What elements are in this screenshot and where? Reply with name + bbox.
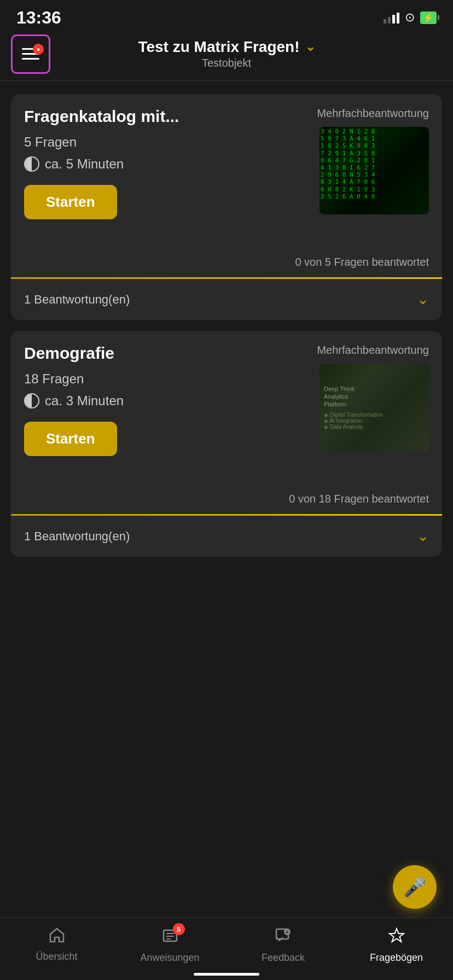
status-icons: ⊙ ⚡ (384, 10, 437, 25)
card-fragenkatalog-footer-chevron: ⌄ (417, 291, 429, 308)
card-demografie: Demografie Mehrfachbeantwortung 18 Frage… (11, 331, 442, 557)
bottom-nav: Übersicht 5 Anweisungen + Feedback (0, 917, 453, 980)
home-icon (48, 926, 66, 948)
clock-half-icon-2 (24, 393, 39, 409)
home-indicator (194, 973, 259, 976)
clock-half-icon (24, 156, 39, 172)
tech-image: Deep ThinkAnalyticsPlatform ◈ Digital Tr… (320, 364, 429, 451)
header: ● Test zu Matrix Fragen! ⌄ Testobjekt (0, 33, 453, 81)
card-fragenkatalog-questions: 5 Fragen (24, 135, 77, 150)
svg-text:+: + (286, 929, 289, 935)
wifi-icon: ⊙ (405, 10, 415, 25)
card-demografie-questions: 18 Fragen (24, 371, 84, 387)
card-fragenkatalog-progress: 0 von 5 Fragen beantwortet (11, 247, 442, 277)
card-demografie-footer-chevron: ⌄ (417, 528, 429, 545)
signal-icon (384, 11, 399, 24)
status-time: 13:36 (16, 8, 61, 28)
battery-icon: ⚡ (420, 11, 437, 24)
card-fragenkatalog-body: Fragenkatalog mit... Mehrfachbeantwortun… (11, 94, 442, 247)
card-demografie-image: Deep ThinkAnalyticsPlatform ◈ Digital Tr… (320, 364, 429, 451)
nav-label-fragebogen: Fragebögen (370, 952, 423, 964)
fab-mic-button[interactable]: 🎤 (393, 865, 437, 909)
card-fragenkatalog-footer[interactable]: 1 Beantwortung(en) ⌄ (11, 279, 442, 320)
svg-marker-7 (390, 929, 404, 942)
card-fragenkatalog-image: 3 4 0 2 N 1 2 8 5 0 7 3 A 4 6 1 1 8 2 5 … (320, 127, 429, 214)
card-demografie-title: Demografie (24, 344, 114, 362)
header-center: Test zu Matrix Fragen! ⌄ Testobjekt (138, 38, 315, 69)
nav-label-ubersicht: Übersicht (36, 951, 77, 962)
card-demografie-start-button[interactable]: Starten (24, 422, 117, 456)
matrix-image: 3 4 0 2 N 1 2 8 5 0 7 3 A 4 6 1 1 8 2 5 … (320, 127, 429, 214)
star-icon (387, 926, 406, 949)
list-icon: 5 (161, 926, 179, 949)
card-fragenkatalog-time: ca. 5 Minuten (45, 156, 124, 172)
nav-item-fragebogen[interactable]: Fragebögen (340, 926, 453, 964)
card-demografie-badge: Mehrfachbeantwortung (317, 344, 429, 357)
main-content: Fragenkatalog mit... Mehrfachbeantwortun… (0, 81, 453, 570)
nav-item-feedback[interactable]: + Feedback (226, 926, 340, 964)
header-title: Test zu Matrix Fragen! ⌄ (138, 38, 315, 56)
nav-label-anweisungen: Anweisungen (140, 952, 199, 964)
card-fragenkatalog-answers: 1 Beantwortung(en) (24, 293, 130, 307)
nav-item-anweisungen[interactable]: 5 Anweisungen (113, 926, 226, 964)
menu-button[interactable]: ● (11, 34, 50, 74)
card-demografie-answers: 1 Beantwortung(en) (24, 529, 130, 544)
nav-label-feedback: Feedback (262, 952, 305, 964)
card-fragenkatalog-start-button[interactable]: Starten (24, 185, 117, 219)
card-fragenkatalog-title: Fragenkatalog mit... (24, 107, 179, 125)
header-subtitle: Testobjekt (138, 57, 315, 69)
card-demografie-body: Demografie Mehrfachbeantwortung 18 Frage… (11, 331, 442, 484)
feedback-icon: + (274, 926, 293, 949)
card-fragenkatalog: Fragenkatalog mit... Mehrfachbeantwortun… (11, 94, 442, 320)
mic-icon: 🎤 (403, 876, 426, 898)
menu-icon: ● (22, 48, 39, 60)
anweisungen-badge: 5 (173, 923, 185, 935)
status-bar: 13:36 ⊙ ⚡ (0, 0, 453, 33)
card-demografie-progress: 0 von 18 Fragen beantwortet (11, 484, 442, 514)
nav-item-ubersicht[interactable]: Übersicht (0, 926, 113, 964)
card-fragenkatalog-badge: Mehrfachbeantwortung (317, 107, 429, 120)
header-dropdown-icon[interactable]: ⌄ (305, 40, 315, 54)
card-demografie-footer[interactable]: 1 Beantwortung(en) ⌄ (11, 516, 442, 557)
card-demografie-time: ca. 3 Minuten (45, 393, 124, 409)
menu-badge: ● (33, 44, 44, 55)
